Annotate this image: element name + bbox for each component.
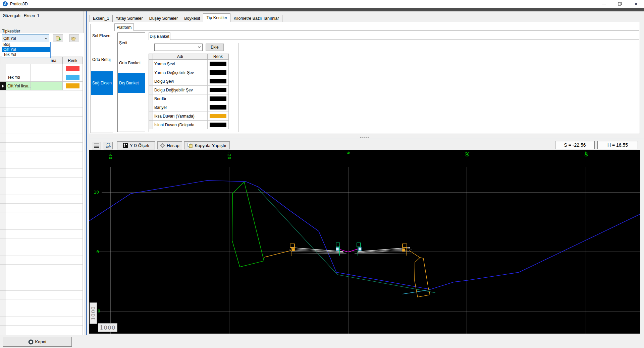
restore-button[interactable] [614, 0, 626, 7]
open-folder-icon [71, 36, 77, 41]
wall-marker-right [402, 244, 407, 256]
color-swatch[interactable] [210, 79, 226, 83]
platform-layers-right [355, 248, 415, 254]
dropdown-option-tek-yol[interactable]: Tek Yol [2, 52, 50, 57]
tipkesit-name-cell[interactable] [6, 64, 31, 73]
tipkesit-name-cell[interactable]: Çift Yol İksa... [6, 82, 31, 90]
tipkesit-name-cell[interactable]: Tek Yol [6, 73, 31, 82]
section-item-orta-banket[interactable]: Orta Banket [118, 53, 145, 73]
dropdown-option-bos[interactable]: Boş [2, 42, 50, 47]
row-selector[interactable] [149, 121, 153, 129]
element-name-cell[interactable]: Bariyer [153, 103, 208, 112]
kopyala-yapistir-label: Kopyala-Yapıştır [195, 143, 226, 148]
element-color-cell[interactable] [208, 112, 229, 121]
color-swatch[interactable] [210, 105, 226, 110]
tab-boykesit[interactable]: Boykesit [181, 15, 203, 22]
tipkesit-color-cell[interactable] [63, 64, 83, 73]
color-swatch[interactable] [66, 83, 79, 88]
element-color-cell[interactable] [208, 86, 229, 94]
tab-kilometre-bazli-tanimlar[interactable]: Kilometre Bazlı Tanımlar [230, 15, 282, 22]
design-slope-teal [258, 189, 435, 293]
layers-button[interactable] [92, 142, 101, 149]
row-selector[interactable] [149, 94, 153, 103]
row-selector-current[interactable] [0, 82, 6, 90]
section-item-dis-banket[interactable]: Dış Banket [118, 73, 145, 93]
color-swatch[interactable] [66, 66, 79, 71]
element-name-cell[interactable]: Yarma Şevi [153, 60, 208, 68]
ekle-button[interactable]: Ekle [206, 44, 224, 51]
element-color-cell[interactable] [208, 77, 229, 86]
row-selector[interactable] [0, 73, 6, 82]
element-color-cell[interactable] [208, 94, 229, 103]
element-color-cell[interactable] [208, 68, 229, 77]
tab-yatay-someler[interactable]: Yatay Someler [113, 15, 146, 22]
element-name-cell[interactable]: Bordür [153, 94, 208, 103]
add-tipkesit-button[interactable] [53, 34, 63, 42]
open-tipkesit-button[interactable] [69, 34, 79, 42]
axis-item-sag-eksen[interactable]: Sağ Eksen [91, 71, 113, 95]
tipkesit-desc-cell[interactable] [31, 73, 63, 82]
color-swatch[interactable] [210, 62, 226, 66]
element-color-cell[interactable] [208, 121, 229, 129]
row-selector[interactable] [149, 112, 153, 121]
tab-eksen-1[interactable]: Eksen_1 [90, 15, 113, 22]
yd-olcek-button[interactable]: Y-D Ölçek [117, 141, 155, 149]
vertical-splitter[interactable] [84, 11, 89, 335]
axis-item-orta-refuj[interactable]: Orta Refüj [91, 48, 113, 71]
element-name-cell[interactable]: İksa Duvarı (Yarmada) [153, 112, 208, 121]
close-button[interactable]: × [630, 0, 642, 7]
elevation-readout: H = 16.55 [597, 141, 638, 149]
fill-slope-left [264, 251, 291, 257]
element-color-cell[interactable] [208, 60, 229, 68]
app-icon: A [3, 1, 8, 6]
banket-element-combobox[interactable] [154, 44, 203, 51]
kopyala-yapistir-button[interactable]: Kopyala-Yapıştır [184, 141, 230, 149]
row-selector[interactable] [149, 86, 153, 94]
adi-column-header[interactable]: Adı [153, 54, 208, 60]
element-name-cell[interactable]: İsinat Duvarı (Dolguda [153, 121, 208, 129]
row-selector[interactable] [149, 103, 153, 112]
element-name-cell[interactable]: Yarma Değişebilir Şev [153, 68, 208, 77]
axis-item-sol-eksen[interactable]: Sol Eksen [91, 24, 113, 48]
cross-section-canvas[interactable]: -40 -20 0 20 40 10 0 0 1000 1000 [89, 150, 640, 334]
renk-column-header[interactable]: Renk [63, 57, 83, 64]
element-color-cell[interactable] [208, 103, 229, 112]
splitter-grip [360, 137, 369, 138]
tipkesit-color-cell[interactable] [63, 73, 83, 82]
color-swatch[interactable] [210, 70, 226, 75]
row-selector[interactable] [149, 77, 153, 86]
dropdown-option-cift-yol[interactable]: Çift Yol [2, 47, 50, 52]
row-selector[interactable] [149, 68, 153, 77]
color-swatch[interactable] [210, 114, 226, 118]
color-swatch[interactable] [66, 75, 79, 80]
section-item-serit[interactable]: Şerit [118, 33, 145, 53]
grid-column-line [31, 90, 31, 346]
x-tick-label: 20 [465, 151, 470, 157]
renk-column-header[interactable]: Renk [208, 54, 229, 60]
row-selector[interactable] [0, 64, 6, 73]
tipkesit-color-cell[interactable] [63, 82, 83, 90]
tipkesit-desc-cell[interactable] [31, 64, 63, 73]
fill-slope-right [409, 251, 420, 258]
minimize-button[interactable] [598, 0, 609, 7]
title-bar: A Pratica3D × [0, 0, 644, 8]
tab-dusey-someler[interactable]: Düşey Someler [146, 15, 181, 22]
color-swatch[interactable] [210, 123, 226, 127]
tab-platform[interactable]: Platform [114, 23, 134, 31]
kapat-button[interactable]: Kapat [3, 337, 72, 347]
color-swatch[interactable] [210, 96, 226, 101]
horizontal-scale-box: 1000 [98, 323, 117, 332]
tipkesit-combobox[interactable]: Çift Yol [2, 34, 49, 42]
chevron-down-icon [45, 38, 48, 40]
color-swatch[interactable] [210, 88, 226, 92]
tab-tip-kesitler[interactable]: Tip Kesitler [203, 13, 230, 22]
hesap-button[interactable]: Hesap [157, 141, 182, 149]
tab-dis-banket[interactable]: Dış Banket [149, 32, 170, 40]
cut-area-polygon [232, 182, 264, 267]
zoom-100-button[interactable]: 100 [104, 142, 113, 149]
design-ditch-cyan [402, 290, 430, 294]
element-name-cell[interactable]: Dolgu Şevi [153, 77, 208, 86]
element-name-cell[interactable]: Dolgu Değişebilir Şev [153, 86, 208, 94]
row-selector[interactable] [149, 60, 153, 68]
tipkesit-desc-cell[interactable] [31, 82, 63, 90]
